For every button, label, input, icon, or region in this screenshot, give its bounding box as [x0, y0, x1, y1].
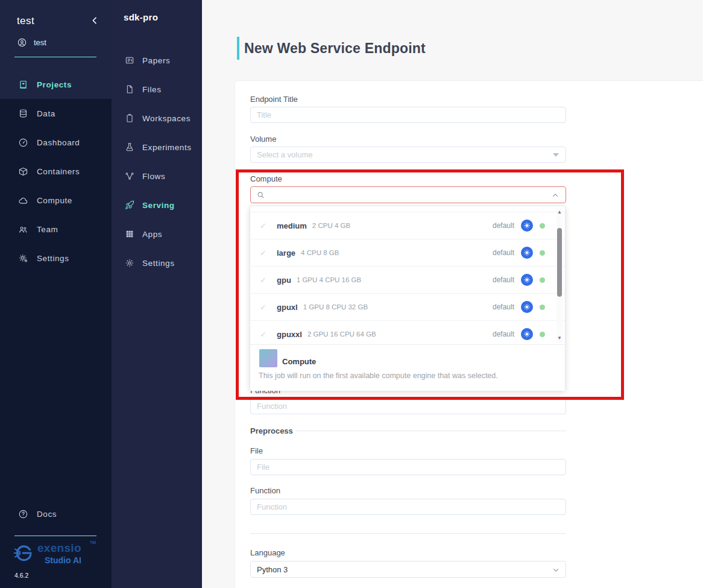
clipboard-icon — [124, 113, 135, 123]
status-dot — [540, 223, 545, 229]
search-icon — [256, 191, 265, 200]
option-name: gpu — [277, 276, 291, 285]
section-divider — [295, 431, 566, 431]
check-icon: ✓ — [260, 248, 268, 258]
compute-search-input[interactable] — [269, 188, 545, 202]
sidebar-item-flows[interactable]: Flows — [112, 162, 202, 191]
sidebar-item-projects[interactable]: Projects — [0, 70, 112, 99]
check-icon: ✓ — [260, 276, 268, 285]
user-menu[interactable]: test — [17, 37, 46, 48]
compute-option-medium[interactable]: ✓ medium 2 CPU 4 GB default — [250, 212, 565, 239]
app-window: test test Projects — [0, 0, 703, 588]
sidebar-item-label: Settings — [142, 259, 175, 268]
sidebar-item-dashboard[interactable]: Dashboard — [0, 128, 112, 157]
sidebar-item-papers[interactable]: Papers — [112, 46, 202, 75]
gear-icon — [124, 258, 135, 268]
compute-options-list: ✓ medium 2 CPU 4 GB default ✓ large 4 CP… — [250, 206, 565, 344]
project-title: sdk-pro — [124, 12, 158, 22]
sidebar-item-label: Files — [142, 85, 162, 94]
list-item-partial — [250, 206, 565, 212]
scroll-down-icon[interactable]: ▼ — [556, 335, 563, 341]
sidebar-item-files[interactable]: Files — [112, 75, 202, 104]
option-spec: 1 GPU 4 CPU 16 GB — [297, 276, 361, 283]
sidebar-item-label: Papers — [142, 56, 170, 65]
sidebar-item-apps[interactable]: Apps — [112, 220, 202, 248]
sidebar-item-docs[interactable]: Docs — [0, 499, 112, 528]
page-title-accent-bar — [237, 37, 239, 60]
chevron-up-icon — [551, 191, 560, 200]
volume-placeholder: Select a volume — [257, 150, 313, 159]
collapse-sidebar-button[interactable] — [90, 16, 99, 25]
cloud-icon — [17, 195, 28, 206]
status-dot — [540, 277, 545, 283]
compute-option-gpu[interactable]: ✓ gpu 1 GPU 4 CPU 16 GB default — [250, 267, 565, 294]
main-content: New Web Service Endpoint Endpoint Title … — [202, 0, 703, 588]
sidebar-item-settings[interactable]: Settings — [0, 244, 112, 273]
user-name: test — [34, 38, 46, 47]
app-version: 4.6.2 — [14, 572, 28, 579]
gear-icon — [17, 253, 28, 264]
compute-option-gpuxl[interactable]: ✓ gpuxl 1 GPU 8 CPU 32 GB default — [250, 294, 565, 321]
divider — [14, 536, 96, 536]
kubernetes-icon — [521, 301, 533, 313]
preprocess-section-label: Preprocess — [250, 426, 293, 435]
chevron-down-icon — [552, 566, 560, 574]
endpoint-title-input[interactable] — [250, 107, 566, 123]
sidebar-item-label: Projects — [37, 80, 72, 89]
info-title: Compute — [282, 357, 316, 366]
compute-select[interactable] — [250, 186, 566, 203]
sidebar-item-compute[interactable]: Compute — [0, 186, 112, 215]
option-spec: 4 CPU 8 GB — [301, 249, 339, 256]
default-badge: default — [493, 330, 514, 338]
sidebar-item-label: Flows — [142, 172, 165, 181]
sidebar-item-label: Data — [37, 109, 55, 118]
compute-info-footer: Compute This job will run on the first a… — [250, 344, 565, 391]
gauge-icon — [17, 138, 28, 148]
language-select[interactable]: Python 3 — [250, 561, 566, 578]
option-spec: 1 GPU 8 CPU 32 GB — [303, 303, 368, 311]
kubernetes-icon — [521, 247, 533, 259]
default-badge: default — [493, 248, 514, 257]
brand-subtitle: Studio AI — [45, 555, 81, 565]
grid-icon — [124, 229, 135, 239]
preprocess-function-input[interactable] — [250, 499, 566, 515]
sidebar-item-project-settings[interactable]: Settings — [112, 248, 202, 277]
preprocess-function-label: Function — [250, 486, 280, 495]
file-input[interactable] — [250, 459, 566, 475]
team-icon — [17, 224, 28, 235]
section-divider — [250, 533, 566, 534]
scrollbar-thumb[interactable] — [557, 228, 562, 297]
sidebar-item-workspaces[interactable]: Workspaces — [112, 104, 202, 133]
dropdown-caret-icon — [553, 153, 559, 157]
gradient-swatch-icon — [259, 349, 277, 367]
sidebar-item-label: Settings — [37, 254, 69, 263]
default-badge: default — [493, 221, 514, 230]
default-badge: default — [493, 303, 514, 311]
dropdown-scrollbar[interactable]: ▲ ▼ — [556, 207, 563, 343]
status-dot — [540, 332, 545, 337]
function-input[interactable] — [250, 398, 566, 414]
sidebar-item-containers[interactable]: Containers — [0, 157, 112, 186]
workspace-title: test — [17, 15, 34, 27]
sidebar-item-serving[interactable]: Serving — [112, 191, 202, 220]
kubernetes-icon — [521, 274, 533, 286]
compute-dropdown-panel: ✓ medium 2 CPU 4 GB default ✓ large 4 CP… — [250, 206, 566, 390]
language-label: Language — [250, 548, 285, 557]
primary-sidebar: test test Projects — [0, 0, 112, 588]
option-spec: 2 GPU 16 CPU 64 GB — [307, 330, 376, 338]
file-icon — [124, 84, 135, 94]
chevron-left-icon — [90, 16, 99, 25]
sidebar-item-team[interactable]: Team — [0, 215, 112, 244]
sidebar-item-label: Dashboard — [37, 138, 80, 147]
status-dot — [540, 250, 545, 256]
compute-option-gpuxxl[interactable]: ✓ gpuxxl 2 GPU 16 CPU 64 GB default — [250, 321, 565, 344]
compute-option-large[interactable]: ✓ large 4 CPU 8 GB default — [250, 239, 565, 267]
sidebar-item-experiments[interactable]: Experiments — [112, 133, 202, 162]
help-circle-icon — [17, 509, 28, 519]
kubernetes-icon — [521, 328, 533, 340]
sidebar-item-data[interactable]: Data — [0, 99, 112, 128]
scroll-up-icon[interactable]: ▲ — [556, 209, 563, 215]
volume-label: Volume — [250, 134, 276, 144]
database-icon — [17, 109, 28, 119]
volume-select[interactable]: Select a volume — [250, 147, 566, 163]
